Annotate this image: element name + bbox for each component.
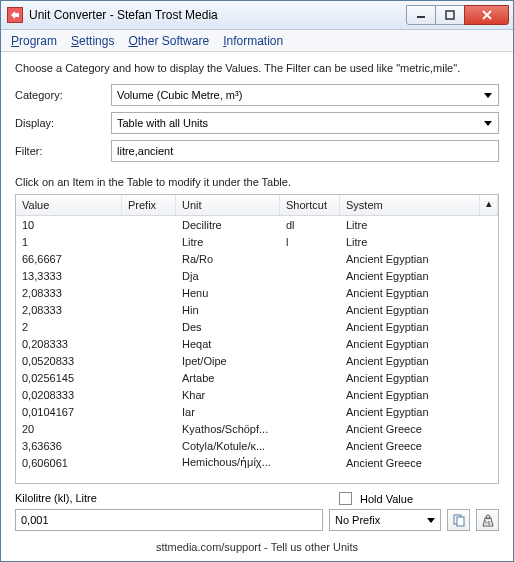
cell-unit: Ipet/Oipe: [176, 355, 280, 367]
cell-value: 2,08333: [16, 304, 122, 316]
app-window: Unit Converter - Stefan Trost Media Prog…: [0, 0, 514, 562]
copy-button[interactable]: [447, 509, 470, 531]
cell-unit: Ra/Ro: [176, 253, 280, 265]
cell-value: 0,0208333: [16, 389, 122, 401]
cell-unit: Des: [176, 321, 280, 333]
col-shortcut[interactable]: Shortcut: [280, 195, 340, 215]
display-label: Display:: [15, 117, 111, 129]
cell-system: Ancient Greece: [340, 423, 498, 435]
cell-value: 3,63636: [16, 440, 122, 452]
cell-unit: Artabe: [176, 372, 280, 384]
minimize-button[interactable]: [406, 5, 436, 25]
svg-rect-3: [457, 517, 464, 526]
footer-text: sttmedia.com/support - Tell us other Uni…: [15, 541, 499, 553]
svg-rect-0: [417, 16, 425, 18]
col-system[interactable]: System: [340, 195, 480, 215]
table-row[interactable]: 0,0104167IarAncient Egyptian: [16, 403, 498, 420]
cell-value: 0,0256145: [16, 372, 122, 384]
menu-settings[interactable]: Settings: [71, 34, 114, 48]
cell-value: 2: [16, 321, 122, 333]
cell-system: Ancient Egyptian: [340, 270, 498, 282]
display-select[interactable]: Table with all Units: [111, 112, 499, 134]
cell-unit: Cotyla/Kotule/κ...: [176, 440, 280, 452]
cell-shortcut: dl: [280, 219, 340, 231]
cell-value: 2,08333: [16, 287, 122, 299]
menubar: Program Settings Other Software Informat…: [1, 30, 513, 52]
cell-value: 1: [16, 236, 122, 248]
table-row[interactable]: 2,08333HinAncient Egyptian: [16, 301, 498, 318]
cell-unit: Iar: [176, 406, 280, 418]
category-select[interactable]: Volume (Cubic Metre, m³): [111, 84, 499, 106]
value-input[interactable]: [15, 509, 323, 531]
cell-unit: Litre: [176, 236, 280, 248]
menu-information[interactable]: Information: [223, 34, 283, 48]
cell-value: 66,6667: [16, 253, 122, 265]
table-row[interactable]: 2,08333HenuAncient Egyptian: [16, 284, 498, 301]
cell-value: 0,208333: [16, 338, 122, 350]
table-row[interactable]: 13,3333DjaAncient Egyptian: [16, 267, 498, 284]
hold-value-label: Hold Value: [360, 493, 413, 505]
table-row[interactable]: 0,0256145ArtabeAncient Egyptian: [16, 369, 498, 386]
cell-system: Ancient Egyptian: [340, 304, 498, 316]
table-row[interactable]: 0,0520833Ipet/OipeAncient Egyptian: [16, 352, 498, 369]
cell-system: Ancient Greece: [340, 440, 498, 452]
cell-system: Litre: [340, 219, 498, 231]
cell-value: 0,0520833: [16, 355, 122, 367]
table-body[interactable]: 10DecilitredlLitre1LitrelLitre66,6667Ra/…: [16, 216, 498, 483]
category-label: Category:: [15, 89, 111, 101]
hold-value-checkbox[interactable]: [339, 492, 352, 505]
table-row[interactable]: 3,63636Cotyla/Kotule/κ...Ancient Greece: [16, 437, 498, 454]
cell-value: 10: [16, 219, 122, 231]
units-table: Value Prefix Unit Shortcut System ▴ 10De…: [15, 194, 499, 484]
svg-text:kg: kg: [485, 519, 491, 525]
titlebar[interactable]: Unit Converter - Stefan Trost Media: [1, 1, 513, 30]
cell-unit: Hin: [176, 304, 280, 316]
scroll-up-icon[interactable]: ▴: [480, 195, 498, 215]
table-header: Value Prefix Unit Shortcut System ▴: [16, 195, 498, 216]
cell-unit: Decilitre: [176, 219, 280, 231]
content-area: Choose a Category and how to display the…: [1, 52, 513, 561]
cell-system: Ancient Greece: [340, 457, 498, 469]
col-prefix[interactable]: Prefix: [122, 195, 176, 215]
selected-unit-label: Kilolitre (kl), Litre: [15, 492, 339, 505]
app-icon: [7, 7, 23, 23]
prefix-select[interactable]: No Prefix: [329, 509, 441, 531]
menu-other-software[interactable]: Other Software: [128, 34, 209, 48]
filter-input[interactable]: [111, 140, 499, 162]
cell-unit: Henu: [176, 287, 280, 299]
maximize-button[interactable]: [435, 5, 465, 25]
cell-unit: Khar: [176, 389, 280, 401]
cell-value: 0,0104167: [16, 406, 122, 418]
table-hint: Click on an Item in the Table to modify …: [15, 176, 499, 188]
cell-system: Litre: [340, 236, 498, 248]
cell-unit: Dja: [176, 270, 280, 282]
cell-system: Ancient Egyptian: [340, 338, 498, 350]
table-row[interactable]: 0,208333HeqatAncient Egyptian: [16, 335, 498, 352]
cell-system: Ancient Egyptian: [340, 355, 498, 367]
col-unit[interactable]: Unit: [176, 195, 280, 215]
table-row[interactable]: 2DesAncient Egyptian: [16, 318, 498, 335]
cell-system: Ancient Egyptian: [340, 287, 498, 299]
cell-value: 0,606061: [16, 457, 122, 469]
cell-system: Ancient Egyptian: [340, 372, 498, 384]
cell-unit: Kyathos/Schöpf...: [176, 423, 280, 435]
cell-system: Ancient Egyptian: [340, 253, 498, 265]
filter-label: Filter:: [15, 145, 111, 157]
col-value[interactable]: Value: [16, 195, 122, 215]
cell-system: Ancient Egyptian: [340, 406, 498, 418]
cell-value: 13,3333: [16, 270, 122, 282]
cell-system: Ancient Egyptian: [340, 389, 498, 401]
cell-shortcut: l: [280, 236, 340, 248]
table-row[interactable]: 1LitrelLitre: [16, 233, 498, 250]
table-row[interactable]: 66,6667Ra/RoAncient Egyptian: [16, 250, 498, 267]
table-row[interactable]: 20Kyathos/Schöpf...Ancient Greece: [16, 420, 498, 437]
menu-program[interactable]: Program: [11, 34, 57, 48]
cell-unit: Heqat: [176, 338, 280, 350]
table-row[interactable]: 0,0208333KharAncient Egyptian: [16, 386, 498, 403]
window-title: Unit Converter - Stefan Trost Media: [29, 8, 407, 22]
close-button[interactable]: [464, 5, 509, 25]
cell-unit: Hemichous/ἡμίχ...: [176, 456, 280, 469]
table-row[interactable]: 10DecilitredlLitre: [16, 216, 498, 233]
weight-button[interactable]: kg: [476, 509, 499, 531]
table-row[interactable]: 0,606061Hemichous/ἡμίχ...Ancient Greece: [16, 454, 498, 471]
